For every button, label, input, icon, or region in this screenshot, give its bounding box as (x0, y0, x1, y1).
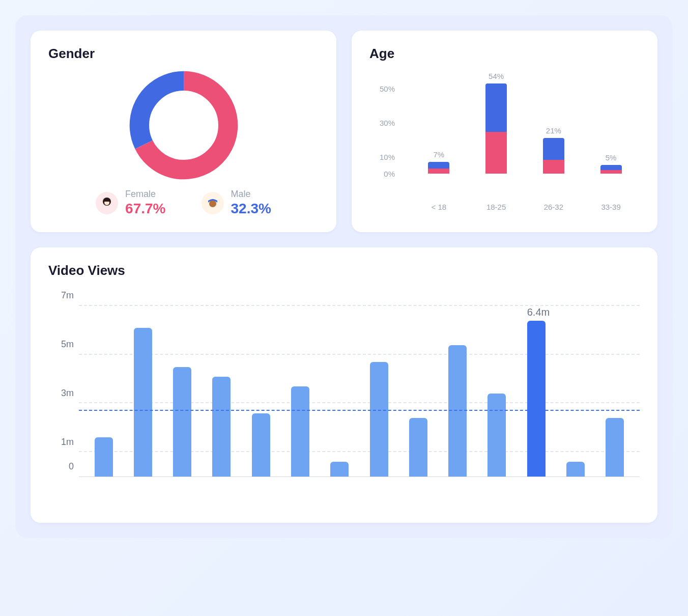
male-label: Male (231, 189, 271, 200)
age-xtick: 18-25 (481, 203, 511, 211)
age-bar: 5% (596, 72, 626, 174)
vv-bar-col (370, 294, 388, 477)
vv-y-axis: 7m 5m 3m 1m 0 (48, 294, 79, 477)
age-title: Age (369, 46, 640, 62)
age-bar-male-segment (543, 138, 564, 160)
vv-bar (95, 437, 113, 477)
age-xtick: < 18 (423, 203, 454, 211)
age-bar-female-segment (485, 132, 507, 174)
age-bar-male-segment (428, 162, 449, 169)
age-bar-total-label: 7% (434, 150, 445, 159)
vv-plot-area: 6.4m (79, 294, 640, 477)
gender-title: Gender (48, 46, 319, 62)
analytics-dashboard: Gender Female 67.7% (15, 15, 673, 538)
vv-bar-col (409, 294, 427, 477)
gender-legend: Female 67.7% Male 32.3% (48, 189, 319, 217)
age-ytick: 10% (380, 152, 395, 161)
vv-bar-col (173, 294, 191, 477)
vv-bar-col (134, 294, 152, 477)
vv-bar-col (566, 294, 585, 477)
video-views-chart: 7m 5m 3m 1m 0 6.4m (48, 294, 640, 508)
age-ytick: 30% (380, 119, 395, 127)
vv-ytick: 7m (61, 290, 74, 301)
age-xtick: 26-32 (538, 203, 569, 211)
female-value: 67.7% (125, 201, 165, 217)
vv-bar: 6.4m (527, 321, 546, 477)
female-avatar-icon (96, 192, 118, 214)
age-bar: 54% (481, 72, 511, 174)
male-avatar-icon (202, 192, 224, 214)
vv-bar-col (291, 294, 309, 477)
vv-average-line (79, 410, 640, 411)
age-bar-male-segment (600, 165, 622, 170)
vv-bar (134, 328, 152, 477)
vv-bar (291, 386, 309, 477)
vv-bar-col (252, 294, 270, 477)
vv-bar-col (448, 294, 467, 477)
gender-legend-male: Male 32.3% (202, 189, 271, 217)
vv-bar-col (330, 294, 349, 477)
vv-bar (488, 394, 506, 477)
age-bar-total-label: 21% (546, 126, 561, 135)
gender-legend-female: Female 67.7% (96, 189, 165, 217)
vv-bar-col: 6.4m (527, 294, 546, 477)
age-bar-total-label: 54% (489, 72, 504, 80)
vv-bar (330, 462, 349, 477)
video-views-title: Video Views (48, 263, 640, 278)
age-x-axis: < 1818-2526-3233-39 (410, 203, 640, 211)
age-bar-female-segment (600, 170, 622, 174)
svg-rect-3 (212, 199, 214, 201)
video-views-card: Video Views 7m 5m 3m 1m 0 6.4m (31, 247, 657, 523)
age-bar-chart: 50% 30% 10% 0% 7%54%21%5% (369, 72, 640, 197)
age-bar-female-segment (543, 160, 564, 174)
age-bar-male-segment (485, 83, 507, 132)
age-ytick: 0% (384, 170, 395, 178)
vv-ytick: 5m (61, 339, 74, 350)
gender-donut-chart (125, 67, 242, 184)
vv-ytick: 1m (61, 437, 74, 447)
vv-bar-col (488, 294, 506, 477)
age-card: Age 50% 30% 10% 0% 7%54%21%5% < 1818-252… (352, 31, 657, 232)
vv-bar-col (212, 294, 231, 477)
age-xtick: 33-39 (596, 203, 626, 211)
age-y-axis: 50% 30% 10% 0% (369, 72, 395, 174)
age-bar: 21% (538, 72, 569, 174)
vv-bar (409, 418, 427, 477)
male-value: 32.3% (231, 201, 271, 217)
vv-bar (370, 362, 388, 477)
vv-bar (448, 345, 467, 477)
vv-bar (212, 377, 231, 477)
vv-ytick: 0 (69, 461, 74, 472)
female-label: Female (125, 189, 165, 200)
vv-bar-col (606, 294, 624, 477)
vv-bar (173, 367, 191, 477)
age-ytick: 50% (380, 85, 395, 93)
gender-card: Gender Female 67.7% (31, 31, 336, 232)
age-bar: 7% (423, 72, 454, 174)
vv-bar (566, 462, 585, 477)
age-bar-total-label: 5% (606, 153, 617, 162)
age-bar-female-segment (428, 169, 449, 174)
vv-bar (252, 413, 270, 477)
vv-bar (606, 418, 624, 477)
vv-bar-col (95, 294, 113, 477)
vv-ytick: 3m (61, 388, 74, 399)
vv-highlight-label: 6.4m (527, 306, 550, 318)
